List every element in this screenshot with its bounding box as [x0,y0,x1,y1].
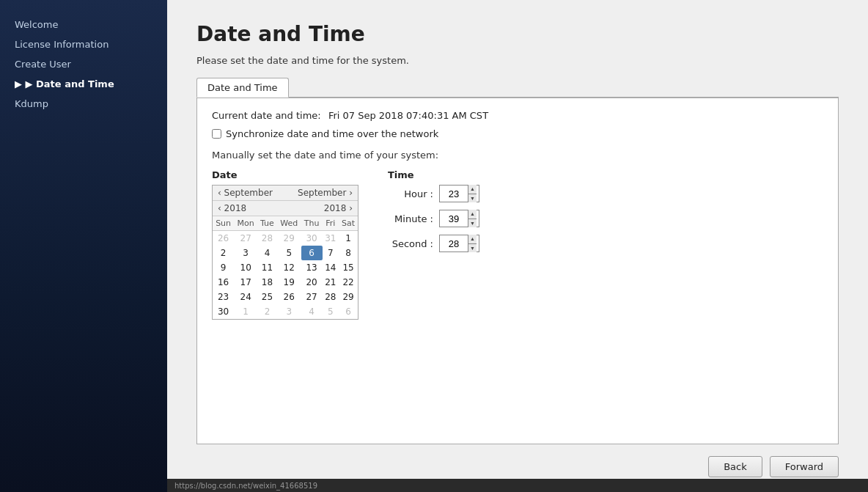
calendar-day[interactable]: 9 [213,260,234,275]
sidebar-item-license[interactable]: License Information [0,34,167,54]
calendar-day[interactable]: 28 [323,290,339,304]
calendar-weekday-sat: Sat [339,216,358,231]
calendar-day[interactable]: 10 [234,260,257,275]
calendar-day[interactable]: 7 [323,246,339,260]
date-time-container: Date ‹ September September › ‹ 2018 2018… [212,169,823,320]
calendar-day[interactable]: 15 [339,260,358,275]
calendar-grid: SunMonTueWedThuFriSat 262728293031123456… [213,216,358,319]
calendar-day[interactable]: 3 [277,304,301,319]
sidebar-item-create-user[interactable]: Create User [0,54,167,74]
next-year-button[interactable]: 2018 › [319,201,358,216]
calendar-day[interactable]: 21 [323,275,339,290]
sidebar-item-welcome[interactable]: Welcome [0,15,167,34]
calendar-weekday-sun: Sun [213,216,234,231]
calendar-day[interactable]: 12 [277,260,301,275]
calendar-day[interactable]: 17 [234,275,257,290]
forward-button[interactable]: Forward [770,456,839,477]
calendar-day[interactable]: 30 [301,231,323,246]
minute-down-button[interactable]: ▼ [468,219,477,228]
calendar-day[interactable]: 26 [213,231,234,246]
calendar-day[interactable]: 22 [339,275,358,290]
next-month-button[interactable]: September › [293,186,358,200]
calendar-day[interactable]: 14 [323,260,339,275]
minute-label: Minute : [388,213,439,224]
hour-input[interactable] [440,187,468,201]
calendar-day[interactable]: 25 [257,290,277,304]
minute-spinners: ▲ ▼ [468,210,477,227]
time-label: Time [388,169,479,180]
hour-down-button[interactable]: ▼ [468,194,477,203]
calendar-day[interactable]: 4 [257,246,277,260]
calendar-day[interactable]: 1 [339,231,358,246]
calendar-day[interactable]: 23 [213,290,234,304]
calendar-day[interactable]: 30 [213,304,234,319]
prev-year-button[interactable]: ‹ 2018 [213,201,251,216]
sidebar-item-date-time[interactable]: ▶ Date and Time [0,74,167,94]
calendar-day[interactable]: 1 [234,304,257,319]
watermark-bar: https://blog.csdn.net/weixin_41668519 [167,479,868,492]
prev-month-button[interactable]: ‹ September [213,186,278,200]
hour-row: Hour : ▲ ▼ [388,185,479,202]
minute-input[interactable] [440,212,468,226]
calendar-day[interactable]: 2 [257,304,277,319]
calendar-day[interactable]: 27 [234,231,257,246]
calendar-day[interactable]: 18 [257,275,277,290]
calendar: ‹ September September › ‹ 2018 2018 › Su… [212,185,358,320]
calendar-day[interactable]: 13 [301,260,323,275]
second-down-button[interactable]: ▼ [468,244,477,253]
calendar-weekday-thu: Thu [301,216,323,231]
calendar-weekday-fri: Fri [323,216,339,231]
current-time-label: Current date and time: [212,110,321,121]
calendar-day[interactable]: 31 [323,231,339,246]
calendar-weekday-row: SunMonTueWedThuFriSat [213,216,358,231]
calendar-year-nav: ‹ 2018 2018 › [213,201,358,216]
calendar-day[interactable]: 29 [339,290,358,304]
calendar-day[interactable]: 26 [277,290,301,304]
calendar-day[interactable]: 27 [301,290,323,304]
calendar-day[interactable]: 5 [277,246,301,260]
calendar-day[interactable]: 16 [213,275,234,290]
calendar-week-1: 2345678 [213,246,358,260]
calendar-body: 2627282930311234567891011121314151617181… [213,231,358,320]
sync-checkbox[interactable] [212,129,221,139]
calendar-day[interactable]: 11 [257,260,277,275]
calendar-day[interactable]: 4 [301,304,323,319]
second-input[interactable] [440,237,468,251]
calendar-day[interactable]: 3 [234,246,257,260]
calendar-day[interactable]: 6 [301,246,323,260]
sidebar: WelcomeLicense InformationCreate User▶ D… [0,0,167,492]
calendar-day[interactable]: 28 [257,231,277,246]
calendar-day[interactable]: 20 [301,275,323,290]
calendar-day[interactable]: 24 [234,290,257,304]
calendar-week-5: 30123456 [213,304,358,319]
current-time-row: Current date and time: Fri 07 Sep 2018 0… [212,110,823,121]
calendar-day[interactable]: 2 [213,246,234,260]
second-up-button[interactable]: ▲ [468,235,477,244]
back-button[interactable]: Back [708,456,762,477]
calendar-day[interactable]: 29 [277,231,301,246]
calendar-weekday-tue: Tue [257,216,277,231]
calendar-day[interactable]: 5 [323,304,339,319]
sidebar-item-kdump[interactable]: Kdump [0,94,167,114]
second-label: Second : [388,238,439,249]
sync-label[interactable]: Synchronize date and time over the netwo… [226,128,438,139]
panel: Current date and time: Fri 07 Sep 2018 0… [196,98,839,444]
calendar-header: SunMonTueWedThuFriSat [213,216,358,231]
time-section: Time Hour : ▲ ▼ Minute : [388,169,479,320]
date-section: Date ‹ September September › ‹ 2018 2018… [212,169,358,320]
minute-up-button[interactable]: ▲ [468,210,477,219]
minute-row: Minute : ▲ ▼ [388,210,479,227]
second-row: Second : ▲ ▼ [388,235,479,252]
watermark-text: https://blog.csdn.net/weixin_41668519 [174,482,317,490]
hour-up-button[interactable]: ▲ [468,185,477,194]
calendar-weekday-wed: Wed [277,216,301,231]
bottom-bar: Back Forward [196,444,839,477]
calendar-day[interactable]: 6 [339,304,358,319]
calendar-day[interactable]: 19 [277,275,301,290]
tab-bar: Date and Time [196,78,839,98]
page-subtitle: Please set the date and time for the sys… [196,55,839,66]
calendar-day[interactable]: 8 [339,246,358,260]
calendar-nav: ‹ September September › [213,186,358,201]
second-input-wrap: ▲ ▼ [439,235,479,252]
tab-date-time[interactable]: Date and Time [196,78,289,98]
